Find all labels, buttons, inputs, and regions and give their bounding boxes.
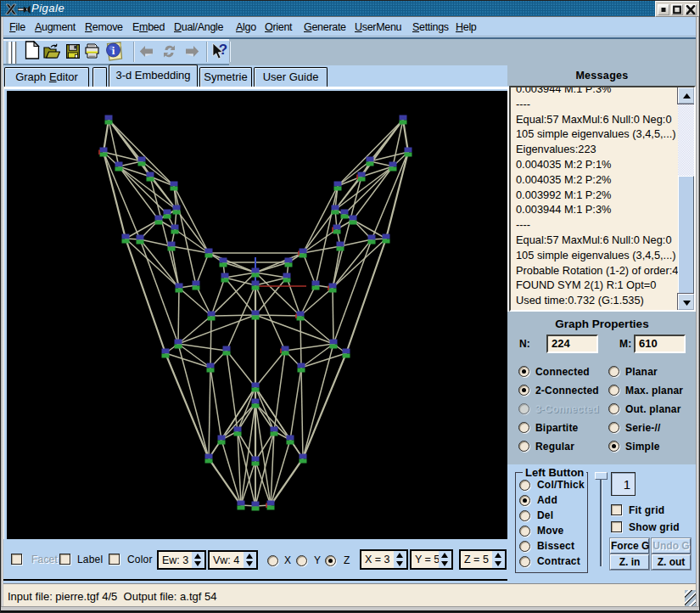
svg-text:i: i [112,44,115,57]
